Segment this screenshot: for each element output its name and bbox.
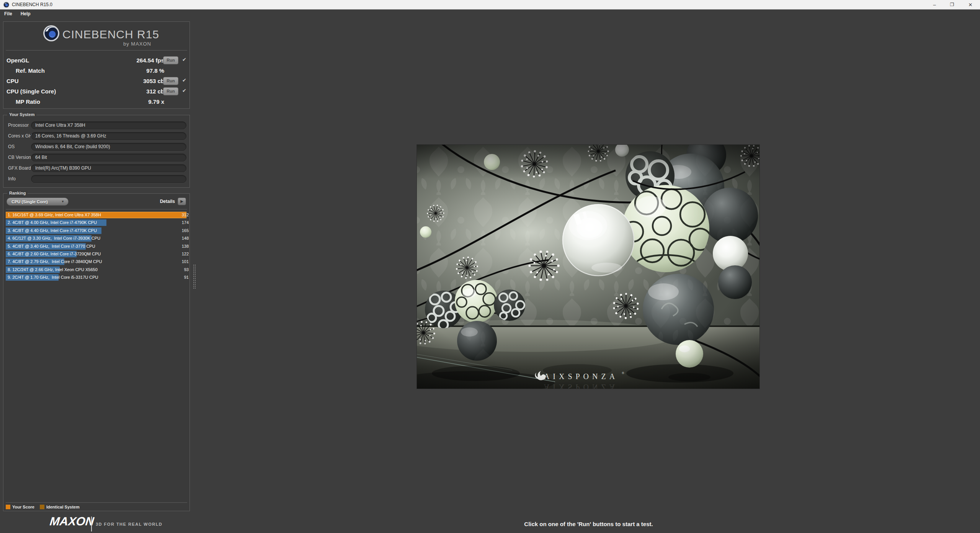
system-field-cb-version[interactable]: 64 Bit [31,154,186,162]
system-field-info[interactable] [31,175,186,183]
legend-swatch-identical-system [40,505,44,509]
ranking-row-1[interactable]: 1. 16C/16T @ 3.69 GHz, Intel Core Ultra … [6,211,189,219]
menu-bar: FileHelp [0,10,980,18]
run-button-cpu[interactable]: Run [163,77,178,85]
ranking-row-9[interactable]: 9. 2C/4T @ 1.70 GHz, Intel Core i5-3317U… [6,274,189,281]
ranking-row-label: 7. 4C/8T @ 2.79 GHz, Intel Core i7-3840Q… [8,259,102,264]
scores-panel: CINEBENCH R15 by MAXON OpenGL264.54 fpsR… [3,21,190,109]
system-label: OS [8,144,15,149]
legend-swatch-your-score [6,505,10,509]
system-label: GFX Board [8,165,31,171]
system-field-os[interactable]: Windows 8, 64 Bit, Core (build 9200) [31,143,186,151]
result-label: CPU [7,78,19,84]
result-label: OpenGL [7,57,29,64]
ranking-row-value: 93 [184,267,189,272]
ranking-row-4[interactable]: 4. 6C/12T @ 3.30 GHz, Intel Core i7-3930… [6,235,189,242]
benchmark-results: OpenGL264.54 fpsRun✔Ref. Match97.8 %CPU3… [3,56,189,107]
ranking-row-value: 148 [182,236,189,240]
divider [6,209,187,209]
result-label: MP Ratio [16,98,40,105]
ranking-legend: Your ScoreIdentical System [6,504,85,510]
ranking-row-label: 8. 12C/24T @ 2.66 GHz, Intel Xeon CPU X5… [8,267,98,272]
system-label: Info [8,176,16,181]
ranking-list: 1. 16C/16T @ 3.69 GHz, Intel Core Ultra … [6,211,189,284]
ranking-row-value: 312 [182,213,189,217]
ranking-row-value: 91 [184,275,189,280]
system-row-info: Info [3,174,189,185]
maxon-logo: MAXON [49,515,95,528]
system-row-gfx-board: GFX BoardIntel(R) Arc(TM) B390 GPU [3,163,189,174]
title-bar: CINEBENCH R15.0 – ❐ ✕ [0,0,980,10]
restore-button[interactable]: ❐ [946,0,959,10]
ranking-row-8[interactable]: 8. 12C/24T @ 2.66 GHz, Intel Xeon CPU X5… [6,266,189,274]
ranking-filter-value: CPU (Single Core) [11,198,48,206]
system-row-cb-version: CB Version64 Bit [3,153,189,163]
ranking-row-6[interactable]: 6. 4C/8T @ 2.60 GHz, Intel Core i7-3720Q… [6,250,189,258]
system-field-gfx-board[interactable]: Intel(R) Arc(TM) B390 GPU [31,164,186,172]
ranking-row-2[interactable]: 2. 4C/8T @ 4.00 GHz, Intel Core i7-4790K… [6,219,189,227]
your-system-panel: Your System ProcessorIntel Core Ultra X7… [3,115,190,188]
minimize-button[interactable]: – [928,0,941,10]
system-label: CB Version [8,155,31,160]
ranking-row-label: 2. 4C/8T @ 4.00 GHz, Intel Core i7-4790K… [8,220,97,225]
run-button-opengl[interactable]: Run [163,56,178,64]
close-button[interactable]: ✕ [964,0,977,10]
system-label: Processor [8,123,29,128]
ranking-row-5[interactable]: 5. 4C/8T @ 3.40 GHz, Intel Core i7-3770 … [6,243,189,250]
check-icon: ✔ [182,57,186,62]
ranking-row-label: 3. 4C/8T @ 4.40 GHz, Intel Core i7-4770K… [8,228,97,233]
menu-item-file[interactable]: File [0,10,16,18]
panel-resize-grip[interactable] [193,264,196,289]
result-row-ref-match: Ref. Match97.8 % [3,66,189,76]
status-message: Click on one of the 'Run' buttons to sta… [417,521,760,527]
cinebench-logo-subtitle: by MAXON [62,41,151,47]
details-label: Details [160,199,175,204]
result-value: 3053 cb [143,78,164,84]
system-row-os: OSWindows 8, 64 Bit, Core (build 9200) [3,142,189,153]
result-value: 97.8 % [146,67,164,74]
system-row-processor: ProcessorIntel Core Ultra X7 358H [3,121,189,131]
check-icon: ✔ [182,88,186,93]
ranking-filter-dropdown[interactable]: CPU (Single Core) ▼ [7,198,69,206]
ranking-row-3[interactable]: 3. 4C/8T @ 4.40 GHz, Intel Core i7-4770K… [6,227,189,235]
cinebench-window: CINEBENCH R15.0 – ❐ ✕ FileHelp CINEBENCH… [0,0,980,533]
result-label: CPU (Single Core) [7,88,56,95]
legend-label-identical-system: Identical System [46,505,80,509]
menu-item-help[interactable]: Help [16,10,35,18]
ranking-panel: Ranking CPU (Single Core) ▼ Details ▶ 1.… [3,193,190,511]
divider [6,50,187,51]
ranking-row-value: 122 [182,252,189,256]
result-value: 264.54 fps [136,57,164,64]
your-system-title: Your System [7,112,36,117]
window-title: CINEBENCH R15.0 [12,0,52,10]
result-row-cpu-single-core: CPU (Single Core)312 cbRun✔ [3,87,189,97]
cinebench-logo-title: CINEBENCH R15 [62,28,159,41]
ranking-row-label: 5. 4C/8T @ 3.40 GHz, Intel Core i7-3770 … [8,244,95,249]
divider [6,502,187,503]
check-icon: ✔ [182,77,186,83]
system-field-processor[interactable]: Intel Core Ultra X7 358H [31,121,186,129]
legend-label-your-score: Your Score [12,505,34,509]
ranking-row-label: 1. 16C/16T @ 3.69 GHz, Intel Core Ultra … [8,213,101,217]
system-row-cores-x-ghz: Cores x GHz16 Cores, 16 Threads @ 3.69 G… [3,131,189,142]
ranking-row-label: 4. 6C/12T @ 3.30 GHz, Intel Core i7-3930… [8,236,100,240]
ranking-row-label: 9. 2C/4T @ 1.70 GHz, Intel Core i5-3317U… [8,275,98,280]
chevron-down-icon: ▼ [61,198,64,206]
cinebench-ball-logo [42,25,60,42]
run-button-cpu-single-core[interactable]: Run [163,87,178,95]
ranking-row-value: 165 [182,228,189,233]
result-value: 312 cb [146,88,164,95]
ranking-row-value: 174 [182,220,189,225]
result-row-opengl: OpenGL264.54 fpsRun✔ [3,56,189,66]
system-fields: ProcessorIntel Core Ultra X7 358HCores x… [3,121,189,185]
ranking-row-7[interactable]: 7. 4C/8T @ 2.79 GHz, Intel Core i7-3840Q… [6,258,189,266]
maxon-tagline: 3D FOR THE REAL WORLD [96,522,162,526]
divider [91,517,92,531]
details-button[interactable]: ▶ [178,198,186,205]
result-value: 9.79 x [148,98,164,105]
ranking-row-value: 138 [182,244,189,249]
ranking-title: Ranking [7,191,28,195]
render-preview-image: AIXSPONZA ® AIXSPONZA [416,144,760,389]
result-label: Ref. Match [16,67,45,74]
system-field-cores-x-ghz[interactable]: 16 Cores, 16 Threads @ 3.69 GHz [31,132,186,140]
